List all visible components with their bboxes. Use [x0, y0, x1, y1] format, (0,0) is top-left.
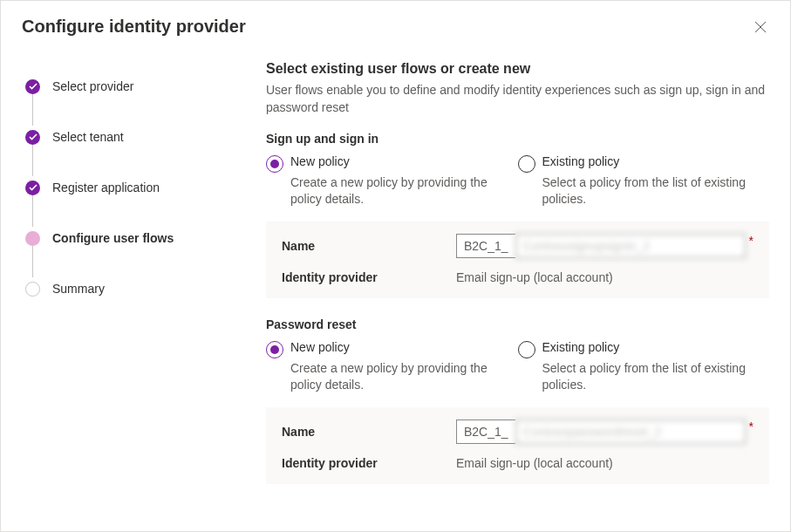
required-indicator: *	[749, 234, 753, 248]
step-label: Select tenant	[52, 130, 124, 144]
radio-label: Existing policy	[542, 154, 620, 168]
idp-value: Email sign-up (local account)	[456, 270, 613, 284]
step-label: Register application	[52, 181, 160, 194]
radio-existing-policy-reset[interactable]	[518, 341, 535, 358]
idp-label: Identity provider	[282, 456, 456, 470]
pending-step-icon	[25, 282, 40, 297]
name-prefix: B2C_1_	[456, 419, 515, 444]
radio-existing-policy-signup[interactable]	[518, 155, 535, 173]
panel-header: Configure identity provider	[1, 1, 790, 47]
name-label: Name	[282, 239, 456, 253]
panel-title: Configure identity provider	[22, 17, 246, 37]
checkmark-icon	[25, 79, 40, 94]
panel-body: Select provider Select tenant Register a…	[1, 47, 790, 531]
checkmark-icon	[25, 181, 40, 195]
reset-name-input[interactable]	[515, 419, 746, 444]
step-configure-user-flows[interactable]: Configure user flows	[25, 213, 245, 263]
name-label: Name	[282, 425, 456, 439]
signup-form-block: Name B2C_1_ * Identity provider Email si…	[266, 222, 769, 298]
step-label: Summary	[52, 282, 105, 296]
step-label: Select provider	[52, 79, 133, 93]
required-indicator: *	[749, 419, 753, 433]
radio-label: New policy	[290, 154, 350, 168]
radio-label: New policy	[290, 340, 350, 354]
section-title-signup-signin: Sign up and sign in	[266, 132, 769, 146]
name-prefix: B2C_1_	[456, 234, 515, 258]
main-content: Select existing user flows or create new…	[245, 47, 790, 531]
radio-label: Existing policy	[542, 340, 620, 354]
main-description: User flows enable you to define and modi…	[266, 82, 769, 116]
configure-identity-provider-panel: Configure identity provider Select provi…	[0, 0, 791, 532]
checkmark-icon	[25, 130, 40, 145]
radio-desc: Create a new policy by providing the pol…	[266, 174, 509, 208]
radio-new-policy-signup[interactable]	[266, 155, 283, 173]
radio-desc: Create a new policy by providing the pol…	[266, 360, 509, 393]
policy-choice-password-reset: New policy Create a new policy by provid…	[266, 340, 769, 393]
section-title-password-reset: Password reset	[266, 317, 769, 331]
radio-desc: Select a policy from the list of existin…	[518, 360, 761, 393]
step-select-tenant[interactable]: Select tenant	[25, 112, 245, 162]
password-reset-form-block: Name B2C_1_ * Identity provider Email si…	[266, 407, 769, 484]
current-step-icon	[25, 231, 40, 246]
close-icon	[754, 21, 767, 33]
step-select-provider[interactable]: Select provider	[25, 61, 245, 112]
radio-desc: Select a policy from the list of existin…	[518, 174, 761, 208]
step-register-application[interactable]: Register application	[25, 162, 245, 213]
step-summary[interactable]: Summary	[25, 263, 245, 314]
signup-name-input[interactable]	[515, 234, 746, 258]
step-label: Configure user flows	[52, 231, 174, 245]
close-button[interactable]	[752, 18, 769, 36]
radio-new-policy-reset[interactable]	[266, 341, 283, 358]
wizard-steps: Select provider Select tenant Register a…	[1, 47, 245, 531]
idp-label: Identity provider	[282, 270, 456, 284]
main-heading: Select existing user flows or create new	[266, 61, 769, 77]
policy-choice-signup: New policy Create a new policy by provid…	[266, 154, 769, 208]
idp-value: Email sign-up (local account)	[456, 456, 613, 470]
